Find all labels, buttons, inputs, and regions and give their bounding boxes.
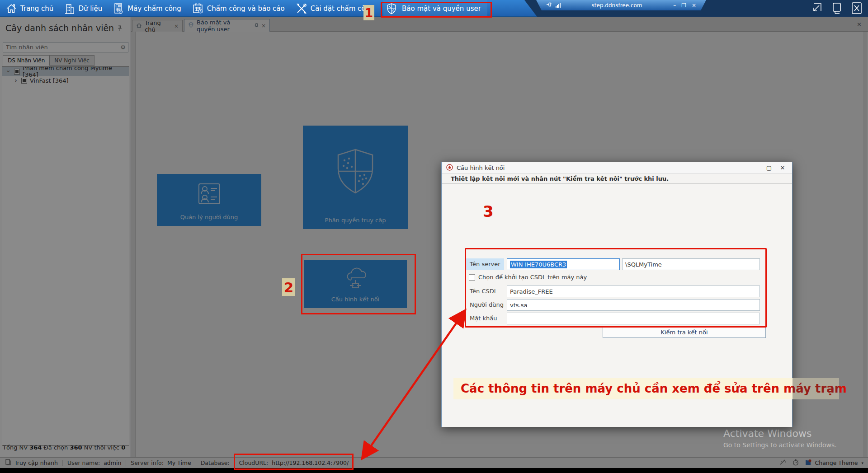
db-name-value: Paradise_FREE — [510, 288, 553, 295]
pin-icon[interactable] — [546, 2, 552, 9]
dialog-close-button[interactable]: ✕ — [778, 164, 788, 171]
dialog-maximize-button[interactable]: ▢ — [764, 164, 774, 171]
calendar-icon — [192, 3, 204, 14]
dialog-app-icon — [446, 164, 453, 172]
rdp-close-icon[interactable]: × — [692, 2, 696, 9]
username-value: vts.sa — [510, 302, 527, 309]
toolbar-item-label: Bảo mật và quyền user — [402, 5, 481, 13]
toolbar-item-label: Máy chấm công — [127, 5, 181, 13]
toolbar-item-security[interactable]: Bảo mật và quyền user — [383, 0, 487, 17]
window-close-button[interactable] — [849, 1, 863, 15]
rdp-host-title: step.ddnsfree.com — [561, 2, 673, 9]
server-name-value: WIN-IHE70U6BCR3 — [510, 261, 567, 268]
annotation-step-3: 3 — [483, 202, 494, 220]
test-connection-label: Kiểm tra kết nối — [660, 329, 708, 336]
rdp-minimize-icon[interactable]: – — [673, 2, 676, 9]
dialog-instruction: Thiết lập kết nối mới và nhấn nút "Kiểm … — [442, 174, 792, 184]
init-db-checkbox[interactable] — [469, 274, 475, 281]
window-minimize-button[interactable] — [809, 1, 824, 15]
dialog-title: Cấu hình kết nối — [457, 164, 760, 171]
toolbar-item-settings[interactable]: Cài đặt chấm công — [296, 3, 374, 14]
sql-instance-value: \SQLMyTime — [625, 261, 662, 268]
bottom-strip — [0, 468, 868, 473]
calculator-icon — [113, 3, 124, 14]
titlebar-right-region: step.ddnsfree.com – ❐ × — [524, 0, 868, 17]
main-toolbar: Trang chủ Dữ liệu Máy chấm công Chấm côn… — [0, 0, 868, 17]
annotation-step-1: 1 — [363, 5, 374, 20]
rdp-restore-icon[interactable]: ❐ — [681, 2, 686, 9]
window-restore-button[interactable] — [829, 1, 844, 15]
toolbar-item-label: Chấm công và báo cáo — [207, 5, 285, 13]
signal-bars-icon — [556, 3, 561, 8]
password-input[interactable] — [507, 313, 760, 324]
building-icon — [64, 3, 75, 14]
init-db-checkbox-label: Chọn để khởi tạo CSDL trên máy này — [478, 274, 587, 281]
tools-icon — [296, 3, 307, 14]
username-label: Người dùng — [470, 299, 504, 311]
toolbar-item-devices[interactable]: Máy chấm công — [113, 3, 181, 14]
password-label: Mật khẩu — [470, 313, 497, 324]
rdp-connection-bar[interactable]: step.ddnsfree.com – ❐ × — [536, 0, 706, 10]
toolbar-item-label: Dữ liệu — [78, 5, 102, 13]
shield-icon — [385, 2, 398, 15]
dialog-titlebar[interactable]: Cấu hình kết nối ▢ ✕ — [442, 162, 792, 174]
db-name-input[interactable]: Paradise_FREE — [507, 286, 760, 297]
annotation-note: Các thông tin trên máy chủ cần xem để sử… — [453, 378, 839, 399]
test-connection-button[interactable]: Kiểm tra kết nối — [603, 326, 766, 338]
sql-instance-input[interactable]: \SQLMyTime — [622, 258, 760, 270]
username-input[interactable]: vts.sa — [507, 299, 760, 311]
db-name-label: Tên CSDL — [470, 286, 497, 297]
app-window: Trang chủ Dữ liệu Máy chấm công Chấm côn… — [0, 0, 868, 473]
toolbar-item-data[interactable]: Dữ liệu — [64, 3, 102, 14]
server-label: Tên server — [466, 258, 504, 270]
home-icon — [5, 3, 17, 14]
toolbar-item-label: Trang chủ — [20, 5, 53, 13]
toolbar-item-reports[interactable]: Chấm công và báo cáo — [192, 3, 285, 14]
server-name-input[interactable]: WIN-IHE70U6BCR3 — [507, 258, 620, 270]
annotation-step-2: 2 — [282, 278, 295, 296]
toolbar-item-home[interactable]: Trang chủ — [5, 3, 53, 14]
